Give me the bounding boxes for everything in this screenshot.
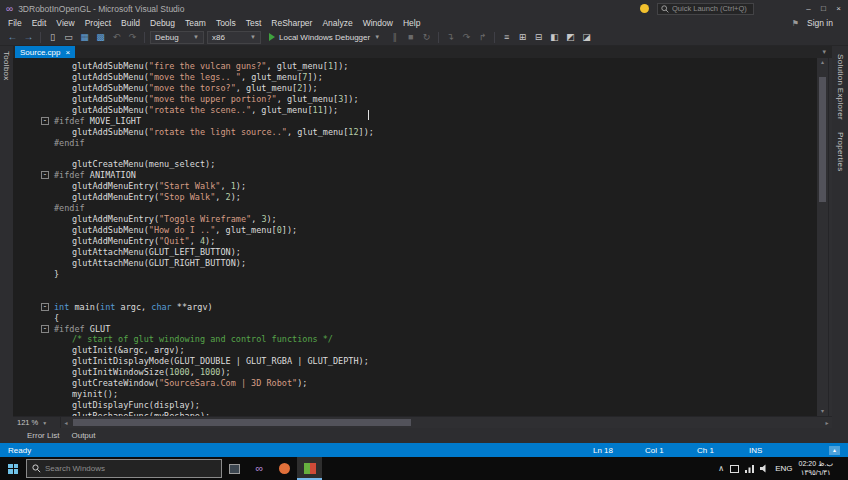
redo-icon[interactable]: ↷ xyxy=(126,29,139,45)
scrollbar-thumb[interactable] xyxy=(819,77,826,202)
horizontal-scrollbar[interactable]: ◂ ▸ xyxy=(61,417,832,428)
menu-team[interactable]: Team xyxy=(180,17,211,29)
new-file-icon[interactable]: ▯ xyxy=(46,29,59,45)
sign-in-link[interactable]: Sign in xyxy=(807,18,833,28)
fold-collapse-icon[interactable]: - xyxy=(41,117,49,125)
step-into-icon[interactable]: ↴ xyxy=(444,29,457,45)
fold-collapse-icon[interactable]: - xyxy=(41,171,49,179)
scroll-up-icon[interactable]: ▴ xyxy=(817,58,828,67)
toolbar-separator xyxy=(40,32,41,43)
scroll-down-icon[interactable]: ▾ xyxy=(817,407,828,416)
fold-collapse-icon[interactable]: - xyxy=(41,303,49,311)
toolbar-separator xyxy=(144,32,145,43)
undo-icon[interactable]: ↶ xyxy=(110,29,123,45)
notifications-flag-icon[interactable]: ⚑ xyxy=(792,19,799,28)
maximize-button[interactable]: □ xyxy=(816,0,831,17)
tab-source-cpp[interactable]: Source.cpp × xyxy=(15,46,75,58)
scrollbar-thumb[interactable] xyxy=(73,419,411,426)
previous-bookmark-icon[interactable]: ◩ xyxy=(564,29,577,45)
document-list-dropdown-icon[interactable]: ▾ xyxy=(822,48,826,56)
start-button[interactable] xyxy=(0,457,26,480)
taskbar-app-1[interactable] xyxy=(222,457,247,480)
menu-test[interactable]: Test xyxy=(241,17,267,29)
menu-file[interactable]: File xyxy=(3,17,27,29)
solution-configuration-dropdown[interactable]: Debug▼ xyxy=(150,31,204,44)
network-icon[interactable] xyxy=(745,464,754,473)
taskbar-search[interactable] xyxy=(26,459,222,478)
menu-edit[interactable]: Edit xyxy=(27,17,52,29)
menu-tools[interactable]: Tools xyxy=(211,17,241,29)
code-line: glutAddSubMenu("rotate the light source.… xyxy=(13,127,817,138)
fold-collapse-icon[interactable]: - xyxy=(41,325,49,333)
speaker-icon[interactable] xyxy=(760,464,769,473)
language-indicator[interactable]: ENG xyxy=(775,464,792,473)
navigate-back-icon[interactable]: ← xyxy=(6,29,19,45)
taskbar-app-3[interactable] xyxy=(272,457,297,480)
menu-debug[interactable]: Debug xyxy=(145,17,180,29)
step-out-icon[interactable]: ↱ xyxy=(476,29,489,45)
restart-icon[interactable]: ↻ xyxy=(420,29,433,45)
minimize-button[interactable]: – xyxy=(801,0,816,17)
scroll-left-icon[interactable]: ◂ xyxy=(61,417,71,428)
menu-help[interactable]: Help xyxy=(398,17,425,29)
uncomment-icon[interactable]: ⊟ xyxy=(532,29,545,45)
menu-build[interactable]: Build xyxy=(116,17,145,29)
quick-launch[interactable] xyxy=(657,3,754,15)
code-line: glutAddSubMenu("rotate the scene..", glu… xyxy=(13,105,817,116)
taskbar-app-visual-studio[interactable]: ∞ xyxy=(247,457,272,480)
code-line: #endif xyxy=(13,203,817,214)
editor-region: glutAddSubMenu("fire the vulcan guns?", … xyxy=(13,58,832,416)
visual-studio-icon: ∞ xyxy=(256,463,264,474)
zoom-control[interactable]: 121 % ▼ xyxy=(13,417,61,428)
menu-project[interactable]: Project xyxy=(80,17,116,29)
chevron-down-icon: ▼ xyxy=(193,34,199,40)
open-file-icon[interactable]: ▭ xyxy=(62,29,75,45)
stop-debugging-icon[interactable]: ■ xyxy=(404,29,417,45)
save-icon[interactable]: ▦ xyxy=(78,29,91,45)
code-line: glutAddMenuEntry("Start Walk", 1); xyxy=(13,181,817,192)
menu-analyze[interactable]: Analyze xyxy=(317,17,357,29)
find-in-files-icon[interactable]: ≡ xyxy=(500,29,513,45)
start-debugging-button[interactable]: Local Windows Debugger ▼ xyxy=(264,30,385,44)
code-line: glutAttachMenu(GLUT_LEFT_BUTTON); xyxy=(13,247,817,258)
visual-studio-logo-icon: ∞ xyxy=(6,4,13,14)
hidden-icons-chevron-icon[interactable]: ∧ xyxy=(718,464,724,474)
tray-device-icon[interactable] xyxy=(730,465,739,473)
menu-resharper[interactable]: ReSharper xyxy=(266,17,317,29)
vertical-scrollbar[interactable]: ▴ ▾ xyxy=(817,58,828,416)
comment-icon[interactable]: ⊞ xyxy=(516,29,529,45)
navigate-forward-icon[interactable]: → xyxy=(22,29,35,45)
menu-view[interactable]: View xyxy=(51,17,79,29)
code-line: glutAddSubMenu("move the torso?", glut_m… xyxy=(13,83,817,94)
scroll-right-icon[interactable]: ▸ xyxy=(822,417,832,428)
tab-error-list[interactable]: Error List xyxy=(27,431,59,440)
toolbar: ← → ▯ ▭ ▦ ▩ ↶ ↷ Debug▼ x86▼ Local Window… xyxy=(0,29,848,46)
menu-window[interactable]: Window xyxy=(358,17,398,29)
tab-close-icon[interactable]: × xyxy=(65,48,70,57)
code-line: glutCreateWindow("SourceSara.Com | 3D Ro… xyxy=(13,378,817,389)
window-title: 3DRobotInOpenGL - Microsoft Visual Studi… xyxy=(18,4,184,14)
code-line xyxy=(13,149,817,160)
solution-platform-dropdown[interactable]: x86▼ xyxy=(207,31,261,44)
tab-solution-explorer[interactable]: Solution Explorer xyxy=(836,54,845,120)
quick-launch-input[interactable] xyxy=(672,4,750,13)
scrollbar-track[interactable] xyxy=(817,67,828,407)
bookmark-icon[interactable]: ◧ xyxy=(548,29,561,45)
search-icon xyxy=(661,5,669,13)
clock[interactable]: 02:20 ب.ظ ١٣٩٥/٦/٣١ xyxy=(799,460,833,477)
close-button[interactable]: × xyxy=(831,0,846,17)
taskbar-app-4-active[interactable] xyxy=(297,457,322,480)
feedback-icon[interactable]: ▲ xyxy=(829,446,840,455)
scrollbar-track[interactable] xyxy=(71,417,822,428)
break-all-icon[interactable]: ∥ xyxy=(388,29,401,45)
taskbar-search-input[interactable] xyxy=(45,464,216,473)
code-line: glutAddSubMenu("move the upper portion?"… xyxy=(13,94,817,105)
save-all-icon[interactable]: ▩ xyxy=(94,29,107,45)
next-bookmark-icon[interactable]: ◪ xyxy=(580,29,593,45)
bottom-panel-tabs: Error List Output xyxy=(13,428,832,443)
step-over-icon[interactable]: ↷ xyxy=(460,29,473,45)
tab-properties[interactable]: Properties xyxy=(836,132,845,171)
code-editor[interactable]: glutAddSubMenu("fire the vulcan guns?", … xyxy=(13,58,817,416)
tab-toolbox[interactable]: Toolbox xyxy=(2,51,11,81)
tab-output[interactable]: Output xyxy=(71,431,95,440)
